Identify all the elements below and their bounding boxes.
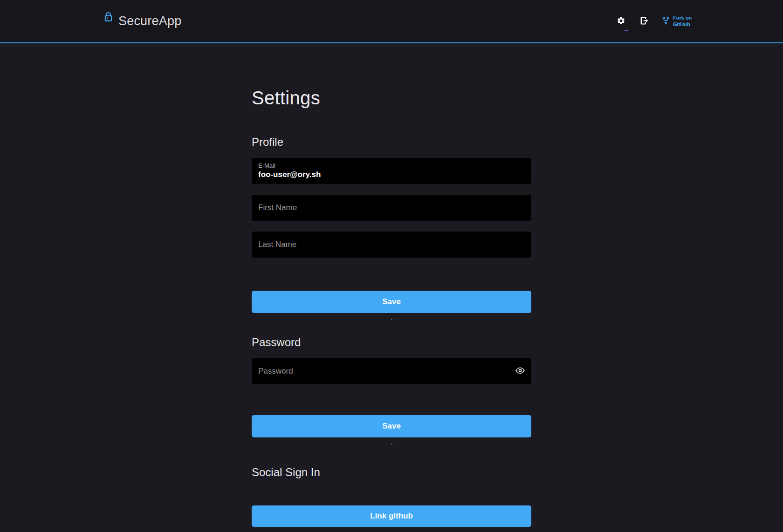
- social-sign-in-section: Social Sign In Link github: [252, 466, 531, 527]
- password-field-group: [252, 358, 531, 384]
- profile-heading: Profile: [252, 136, 531, 149]
- gear-icon: [617, 16, 625, 27]
- logout-icon: [639, 16, 649, 27]
- email-field-group: E-Mail: [252, 158, 531, 184]
- link-github-button[interactable]: Link github: [252, 505, 531, 527]
- first-name-field-group: [252, 195, 531, 221]
- profile-section: Profile E-Mail Save: [252, 136, 531, 320]
- password-heading: Password: [252, 336, 531, 349]
- email-input[interactable]: [258, 170, 525, 179]
- last-name-input[interactable]: [252, 232, 531, 258]
- email-field[interactable]: E-Mail: [252, 158, 531, 184]
- password-save-button[interactable]: Save: [252, 415, 531, 437]
- fork-on-github-link[interactable]: Fork on GitHub: [662, 15, 695, 28]
- divider-dot: [391, 443, 392, 444]
- settings-page: SecureApp: [0, 0, 783, 532]
- last-name-field-group: [252, 232, 531, 258]
- show-password-button[interactable]: [515, 366, 526, 377]
- git-fork-icon: [662, 16, 670, 27]
- password-section: Password Save: [252, 336, 531, 444]
- profile-save-button[interactable]: Save: [252, 291, 531, 313]
- settings-gear-button[interactable]: [615, 15, 627, 28]
- logout-button[interactable]: [638, 14, 651, 28]
- email-label: E-Mail: [258, 162, 525, 169]
- topbar-actions: Fork on GitHub: [615, 14, 695, 28]
- top-navigation-bar: SecureApp: [0, 0, 783, 43]
- page-title: Settings: [252, 88, 531, 109]
- eye-icon: [515, 367, 525, 376]
- password-input[interactable]: [252, 358, 531, 384]
- app-logo[interactable]: SecureApp: [103, 14, 181, 28]
- app-title: SecureApp: [118, 14, 181, 28]
- settings-content: Settings Profile E-Mail Save Password: [252, 43, 531, 527]
- text-cursor-artifact: [625, 30, 628, 31]
- lock-icon: [103, 11, 113, 25]
- social-sign-in-heading: Social Sign In: [252, 466, 531, 479]
- divider-dot: [391, 319, 392, 320]
- first-name-input[interactable]: [252, 195, 531, 221]
- fork-link-label: Fork on GitHub: [673, 15, 695, 28]
